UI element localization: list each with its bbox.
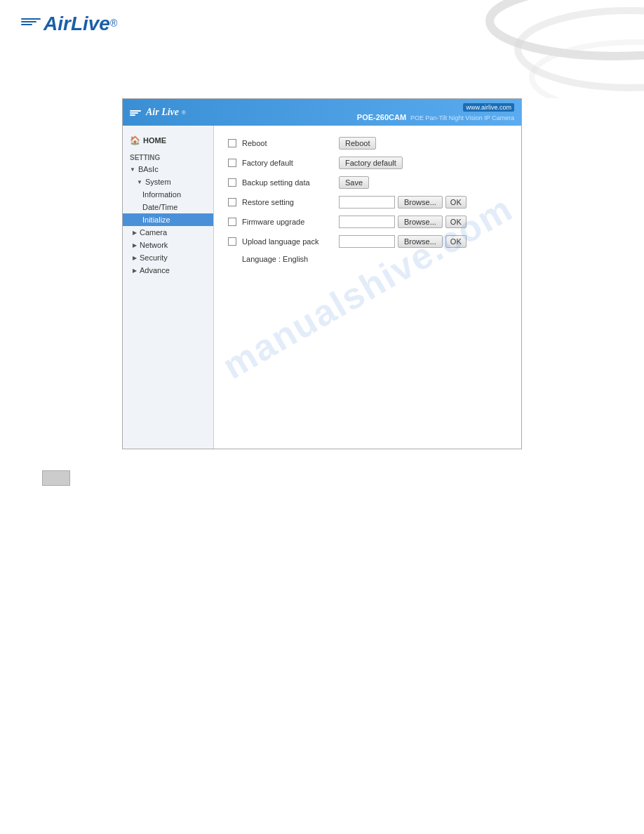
panel-website: www.airlive.com <box>463 103 514 112</box>
panel-logo: Air Live <box>146 107 179 118</box>
security-arrow-icon: ▶ <box>133 255 137 261</box>
upload-browse-button[interactable]: Browse... <box>398 235 443 248</box>
sidebar-section-setting: SETTING <box>123 150 213 163</box>
sidebar-advance[interactable]: ▶ Advance <box>123 264 213 277</box>
firmware-browse-button[interactable]: Browse... <box>398 216 443 228</box>
system-arrow-icon: ▼ <box>137 179 142 185</box>
home-icon: 🏠 <box>130 135 140 145</box>
firmware-row: Firmware upgrade Browse... OK <box>228 216 507 228</box>
bottom-box <box>42 470 70 486</box>
advance-arrow-icon: ▶ <box>133 267 137 274</box>
logo-air: Air <box>43 13 71 34</box>
sidebar-datetime[interactable]: Date/Time <box>123 201 213 213</box>
firmware-input[interactable] <box>339 216 395 228</box>
restore-browse-button[interactable]: Browse... <box>398 196 443 208</box>
sidebar-network[interactable]: ▶ Network <box>123 239 213 251</box>
sidebar-security[interactable]: ▶ Security <box>123 251 213 264</box>
factory-label: Factory default <box>242 159 333 167</box>
sidebar-basic-label: BAsIc <box>138 165 159 173</box>
backup-label: Backup setting data <box>242 178 333 187</box>
sidebar-home[interactable]: 🏠 HOME <box>123 131 213 150</box>
sidebar: 🏠 HOME SETTING ▼ BAsIc ▼ System Informat… <box>123 126 214 449</box>
logo-reg: ® <box>110 18 117 29</box>
sidebar-system[interactable]: ▼ System <box>123 176 213 188</box>
firmware-checkbox[interactable] <box>228 218 236 226</box>
firmware-label: Firmware upgrade <box>242 218 333 226</box>
upload-ok-button[interactable]: OK <box>445 235 467 248</box>
upload-input[interactable] <box>339 235 395 248</box>
sidebar-home-label: HOME <box>143 136 166 145</box>
restore-input[interactable] <box>339 196 395 208</box>
reboot-label: Reboot <box>242 139 333 147</box>
sidebar-basic[interactable]: ▼ BAsIc <box>123 163 213 176</box>
backup-checkbox[interactable] <box>228 178 236 187</box>
sidebar-initialize[interactable]: Initialize <box>123 213 213 226</box>
reboot-button[interactable]: Reboot <box>339 137 376 150</box>
camera-arrow-icon: ▶ <box>133 230 137 236</box>
panel-logo-reg: ® <box>182 110 186 116</box>
logo-live: Live <box>71 13 110 34</box>
reboot-checkbox[interactable] <box>228 139 236 147</box>
upload-row: Upload language pack Browse... OK <box>228 235 507 248</box>
restore-checkbox[interactable] <box>228 198 236 206</box>
restore-row: Restore setting Browse... OK <box>228 196 507 208</box>
panel-product-name: POE-260CAM <box>357 113 406 121</box>
arrow-down-icon: ▼ <box>130 166 135 173</box>
panel-header: Air Live® www.airlive.com POE-260CAM POE… <box>123 99 521 126</box>
network-arrow-icon: ▶ <box>133 242 137 249</box>
sidebar-advance-label: Advance <box>140 266 170 274</box>
restore-label: Restore setting <box>242 198 333 206</box>
factory-checkbox[interactable] <box>228 159 236 167</box>
sidebar-information[interactable]: Information <box>123 188 213 201</box>
backup-row: Backup setting data Save <box>228 176 507 189</box>
sidebar-system-label: System <box>145 178 171 186</box>
sidebar-network-label: Network <box>140 241 168 249</box>
restore-ok-button[interactable]: OK <box>445 196 467 208</box>
content-area: Reboot Reboot Factory default Factory de… <box>214 126 521 274</box>
sidebar-camera-label: Camera <box>140 228 167 237</box>
panel-product-desc: POE Pan-Tilt Night Vision IP Camera <box>410 114 514 121</box>
upload-label: Upload language pack <box>242 237 333 246</box>
upload-checkbox[interactable] <box>228 237 236 246</box>
language-info: Language : English <box>242 255 507 263</box>
factory-row: Factory default Factory default <box>228 157 507 169</box>
sidebar-security-label: Security <box>140 253 168 262</box>
firmware-ok-button[interactable]: OK <box>445 216 467 228</box>
sidebar-camera[interactable]: ▶ Camera <box>123 226 213 239</box>
reboot-row: Reboot Reboot <box>228 137 507 150</box>
factory-button[interactable]: Factory default <box>339 157 403 169</box>
backup-button[interactable]: Save <box>339 176 369 189</box>
